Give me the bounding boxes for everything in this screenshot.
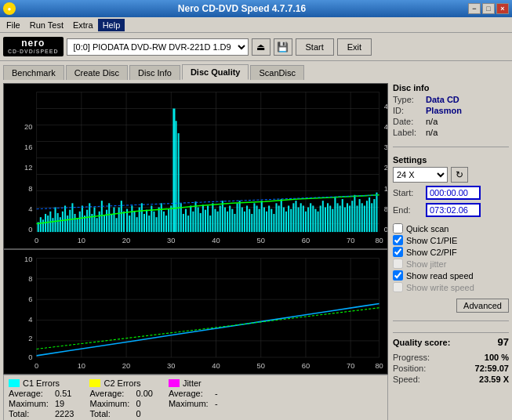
svg-text:0: 0 [28, 225, 32, 234]
start-label: Start: [393, 188, 423, 197]
svg-rect-145 [292, 203, 294, 232]
tab-disc-info[interactable]: Disc Info [129, 65, 180, 80]
svg-rect-154 [314, 209, 316, 232]
show-write-speed-label: Show write speed [406, 283, 474, 292]
svg-rect-143 [288, 205, 289, 232]
svg-rect-179 [376, 193, 377, 232]
svg-rect-114 [217, 212, 219, 232]
jitter-avg-label: Average: [169, 389, 212, 398]
show-read-speed-checkbox[interactable] [393, 270, 403, 281]
svg-rect-87 [143, 214, 145, 232]
svg-rect-103 [190, 205, 191, 232]
svg-rect-82 [131, 205, 133, 232]
show-c2pif-checkbox[interactable] [393, 247, 403, 257]
start-button[interactable]: Start [296, 38, 334, 56]
svg-rect-64 [93, 208, 95, 233]
c2-avg-label: Average: [89, 389, 133, 398]
quality-score-section: Quality score: 97 [393, 332, 509, 348]
svg-rect-158 [325, 208, 326, 233]
window-controls: − □ × [468, 3, 509, 14]
show-c2pif-label: Show C2/PIF [406, 248, 457, 257]
start-time-input[interactable] [426, 186, 481, 200]
svg-rect-77 [172, 109, 175, 233]
c1-avg-value: 0.51 [55, 389, 71, 398]
svg-rect-66 [99, 212, 100, 232]
show-jitter-checkbox[interactable] [393, 259, 403, 269]
disc-info-title: Disc info [393, 83, 509, 92]
svg-rect-42 [40, 217, 42, 232]
svg-rect-51 [62, 212, 64, 232]
maximize-button[interactable]: □ [482, 3, 495, 14]
svg-rect-175 [366, 201, 368, 232]
tab-disc-quality[interactable]: Disc Quality [182, 64, 249, 80]
svg-rect-140 [281, 199, 282, 232]
svg-text:16: 16 [384, 184, 387, 193]
position-value: 72:59.07 [475, 364, 509, 373]
svg-rect-176 [369, 197, 370, 232]
charts-area: 0 4 8 12 16 20 0 8 16 24 32 40 48 0 10 2… [3, 83, 388, 414]
svg-rect-57 [77, 218, 78, 232]
toolbar: nero CD·DVD/SPEED [0:0] PIODATA DVD-RW D… [0, 33, 512, 61]
svg-rect-122 [237, 203, 238, 232]
svg-rect-68 [103, 215, 105, 232]
advanced-button[interactable]: Advanced [456, 299, 509, 313]
end-time-input[interactable] [426, 203, 481, 217]
tab-benchmark[interactable]: Benchmark [3, 65, 64, 80]
svg-rect-52 [64, 205, 66, 232]
svg-rect-155 [318, 212, 319, 232]
svg-rect-128 [251, 214, 252, 232]
svg-rect-151 [307, 208, 309, 233]
svg-rect-43 [42, 219, 44, 232]
divider-1 [393, 147, 509, 147]
svg-rect-127 [249, 209, 250, 232]
svg-text:10: 10 [78, 236, 85, 244]
svg-rect-83 [133, 212, 135, 232]
menu-help[interactable]: Help [98, 19, 125, 31]
legend-c2: C2 Errors Average: 0.00 Maximum: 0 Total… [89, 378, 152, 418]
svg-rect-84 [136, 217, 138, 232]
menu-run-test[interactable]: Run Test [25, 19, 68, 31]
tab-create-disc[interactable]: Create Disc [66, 65, 128, 80]
svg-rect-96 [165, 215, 167, 232]
svg-rect-148 [300, 203, 302, 232]
svg-text:60: 60 [302, 236, 310, 244]
svg-rect-104 [192, 212, 194, 232]
save-button[interactable]: 💾 [274, 38, 292, 56]
svg-rect-49 [57, 213, 59, 232]
tab-bar: Benchmark Create Disc Disc Info Disc Qua… [0, 61, 512, 80]
svg-text:20: 20 [122, 361, 130, 370]
minimize-button[interactable]: − [468, 3, 481, 14]
show-write-speed-checkbox[interactable] [393, 282, 403, 292]
svg-rect-138 [275, 203, 277, 232]
show-c1pie-checkbox[interactable] [393, 235, 403, 245]
svg-rect-147 [298, 208, 300, 233]
tab-scan-disc[interactable]: ScanDisc [250, 65, 303, 80]
svg-rect-53 [67, 215, 68, 232]
title-bar: ● Nero CD-DVD Speed 4.7.7.16 − □ × [0, 0, 512, 17]
svg-rect-146 [295, 201, 296, 232]
svg-rect-162 [334, 197, 336, 232]
svg-rect-79 [178, 133, 180, 232]
menu-extra[interactable]: Extra [68, 19, 98, 31]
exit-button[interactable]: Exit [337, 38, 372, 56]
svg-rect-166 [344, 208, 346, 233]
svg-text:8: 8 [28, 274, 32, 283]
speed-select[interactable]: 24 X Maximum 4 X 8 X 16 X 32 X [393, 167, 448, 183]
close-button[interactable]: × [496, 3, 509, 14]
c1-label: C1 Errors [23, 378, 60, 388]
svg-rect-157 [322, 201, 324, 232]
svg-rect-109 [205, 210, 206, 232]
eject-button[interactable]: ⏏ [252, 38, 271, 56]
svg-rect-48 [55, 208, 56, 233]
refresh-button[interactable]: ↻ [451, 167, 468, 183]
svg-text:16: 16 [24, 143, 32, 151]
quick-scan-checkbox[interactable] [393, 223, 403, 234]
svg-rect-167 [347, 203, 348, 232]
menu-file[interactable]: File [2, 19, 25, 31]
svg-rect-139 [278, 205, 280, 232]
c1-avg-label: Average: [9, 389, 52, 398]
svg-rect-152 [310, 203, 311, 232]
svg-rect-106 [198, 208, 199, 233]
position-label: Position: [393, 364, 426, 373]
drive-select[interactable]: [0:0] PIODATA DVD-RW DVR-221D 1.D9 [67, 38, 249, 56]
